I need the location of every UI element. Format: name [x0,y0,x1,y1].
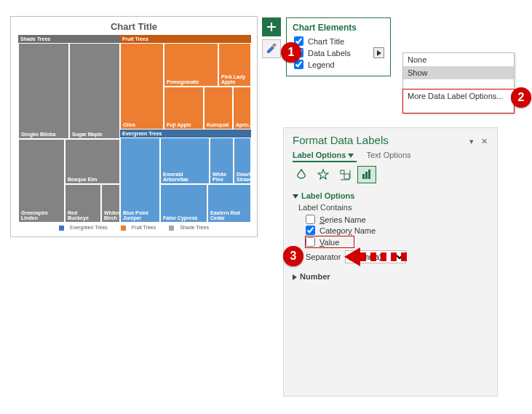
submenu-show[interactable]: Show [403,66,514,79]
flyout-chart-title-label: Chart Title [308,37,344,46]
chk-category-name[interactable]: Category Name [306,226,488,235]
step-badge-1: 1 [281,42,301,63]
cell-dwarf-strawberry[interactable]: Dwarf Strawberry [234,138,251,184]
cell-apricot[interactable]: Apric... [233,87,251,130]
separator-label: Separator [306,252,341,261]
flyout-submenu-arrow[interactable] [373,47,384,58]
pane-icon-row [293,167,488,183]
tab-text-options[interactable]: Text Options [366,151,410,159]
svg-rect-2 [341,170,344,174]
submenu-more-options[interactable]: More Data Label Options... [403,89,514,103]
flyout-data-labels-label: Data Labels [308,49,351,57]
step-badge-2: 2 [511,87,531,108]
legend-label-fruit: Fruit Trees [132,225,156,230]
flyout-data-labels[interactable]: Data Labels [293,47,384,59]
section-label-options[interactable]: Label Options [293,191,488,200]
svg-rect-3 [344,174,349,179]
cell-gingko[interactable]: Gingko Biloba [18,43,69,139]
effects-icon[interactable] [314,167,332,183]
chart-legend[interactable]: Evergreen Trees Fruit Trees Shade Trees [11,225,257,231]
section-number[interactable]: Number [293,272,488,281]
chart-styles-button[interactable] [262,39,281,58]
flyout-chart-title[interactable]: Chart Title [293,36,384,47]
checkbox-series-name[interactable] [306,215,315,224]
cell-pomegranate[interactable]: Pomegranate [164,43,218,87]
svg-rect-6 [368,170,370,179]
pane-close-icon[interactable]: ✕ [481,137,488,144]
legend-swatch-fruit [121,226,126,231]
cell-fuji[interactable]: Fuji Apple [164,87,204,130]
submenu-none[interactable]: None [403,53,514,66]
flyout-legend[interactable]: Legend [293,59,384,70]
svg-rect-5 [365,172,368,179]
group-header-shade: Shade Trees [18,35,120,43]
pane-dropdown-icon[interactable]: ▾ [469,137,477,144]
cell-kumquat[interactable]: Kumquat [204,87,233,130]
cell-eastern-red[interactable]: Eastern Red Cedar [207,184,251,223]
chart-elements-button[interactable] [262,17,281,36]
label-options-icon[interactable] [358,167,376,183]
flyout-legend-label: Legend [308,60,335,69]
step-badge-3: 3 [283,246,303,266]
chart-title[interactable]: Chart Title [11,21,257,32]
treemap[interactable]: Shade Trees Gingko Biloba Sugar Maple Gr… [18,35,251,223]
cell-white-pine[interactable]: White Pine [210,138,234,184]
legend-label-evergreen: Evergreen Trees [70,225,108,230]
cell-olive[interactable]: Olive [120,43,164,130]
group-header-fruit: Fruit Trees [120,35,251,43]
checkbox-category-name[interactable] [306,226,315,235]
legend-label-shade: Shade Trees [180,225,209,230]
cell-emerald[interactable]: Emerald Arborvitae [160,138,210,184]
cell-pink-lady[interactable]: Pink Lady Apple [218,43,251,87]
svg-rect-0 [272,43,277,47]
flyout-header: Chart Elements [293,23,384,33]
cell-bluepoint[interactable]: Blue Point Juniper [120,138,160,223]
group-header-evergreen: Evergreen Trees [120,130,251,138]
data-labels-submenu: None Show More Data Label Options... [402,52,515,114]
cell-red-buckeye[interactable]: Red Buckeye [65,184,101,223]
svg-marker-1 [318,170,328,179]
cell-greenspire[interactable]: Greenspire Linden [18,139,65,223]
cell-sugar-maple[interactable]: Sugar Maple [69,43,120,139]
cell-false-cypress[interactable]: False Cypress [160,184,207,223]
svg-rect-4 [362,174,365,179]
legend-swatch-evergreen [59,226,64,231]
tab-label-options[interactable]: Label Options [293,151,357,162]
callout-arrow-icon [344,247,410,266]
pane-title: Format Data Labels [293,134,465,146]
legend-swatch-shade [169,226,174,231]
chk-series-name[interactable]: SSeries Nameeries Name [306,215,488,224]
label-contains-heading: Label Contains [298,203,488,212]
cell-whitespire[interactable]: Whites... Birch [101,184,120,223]
cell-bosque[interactable]: Bosque Elm [65,139,120,184]
checkbox-value[interactable] [306,237,315,247]
fill-line-icon[interactable] [293,167,310,183]
chart-elements-flyout: Chart Elements Chart Title Data Labels L… [286,17,391,76]
submenu-spacer-2 [403,103,514,113]
size-properties-icon[interactable] [336,167,354,183]
chk-value[interactable]: Value [306,236,354,247]
submenu-spacer [403,79,514,89]
chart-container: Chart Title Shade Trees Gingko Biloba Su… [10,16,258,237]
